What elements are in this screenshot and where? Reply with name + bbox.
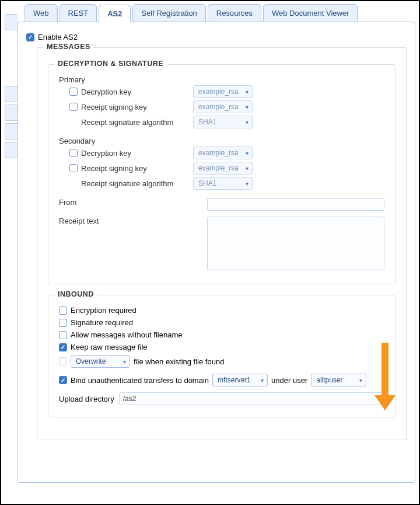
bind-transfers-label: Bind unauthenticated transfers to domain bbox=[71, 376, 209, 385]
secondary-receipt-key-label: Receipt signing key bbox=[81, 164, 147, 173]
keep-raw-message-label: Keep raw message file bbox=[71, 343, 148, 351]
chevron-down-icon: ▾ bbox=[246, 180, 249, 187]
receipt-text-label: Receipt text bbox=[59, 217, 207, 225]
secondary-decryption-key-label: Decryption key bbox=[81, 149, 131, 158]
allow-no-filename-label: Allow messages without filename bbox=[71, 330, 182, 339]
primary-decryption-key-label: Decryption key bbox=[81, 88, 131, 96]
tab-web-doc-viewer[interactable]: Web Document Viewer bbox=[263, 4, 358, 22]
sidebar-frag[interactable] bbox=[5, 105, 18, 121]
sidebar-tab-fragments bbox=[5, 14, 18, 161]
chevron-down-icon: ▾ bbox=[123, 358, 126, 365]
tab-self-registration[interactable]: Self Registration bbox=[132, 4, 205, 22]
chevron-down-icon: ▾ bbox=[261, 377, 264, 384]
inbound-legend: INBOUND bbox=[54, 290, 97, 298]
sidebar-frag[interactable] bbox=[5, 123, 18, 140]
tab-resources[interactable]: Resources bbox=[208, 4, 261, 22]
primary-receipt-key-select[interactable]: example_rsa▾ bbox=[193, 100, 253, 113]
bind-transfers-checkbox[interactable] bbox=[59, 376, 67, 384]
secondary-receipt-key-select[interactable]: example_rsa▾ bbox=[193, 162, 253, 175]
inbound-fieldset: INBOUND Encryption required Signature re… bbox=[48, 295, 396, 417]
signature-required-label: Signature required bbox=[71, 318, 133, 327]
chevron-down-icon: ▾ bbox=[246, 119, 249, 126]
secondary-decryption-key-checkbox[interactable] bbox=[69, 149, 78, 157]
primary-decryption-key-checkbox[interactable] bbox=[69, 88, 78, 96]
primary-title: Primary bbox=[59, 75, 384, 84]
sidebar-frag[interactable] bbox=[5, 142, 18, 158]
sidebar-frag[interactable] bbox=[5, 14, 18, 30]
secondary-receipt-key-checkbox[interactable] bbox=[69, 164, 78, 172]
primary-receipt-key-checkbox[interactable] bbox=[69, 103, 78, 111]
keep-raw-message-checkbox[interactable] bbox=[59, 343, 67, 351]
under-user-label: under user bbox=[271, 376, 307, 385]
secondary-receipt-alg-select[interactable]: SHA1▾ bbox=[193, 177, 253, 190]
upload-directory-input[interactable] bbox=[119, 392, 384, 405]
as2-panel: Enable AS2 MESSAGES DECRYPTION & SIGNATU… bbox=[18, 22, 415, 483]
overwrite-suffix-label: file when existing file found bbox=[134, 357, 224, 366]
tab-rest[interactable]: REST bbox=[60, 4, 97, 22]
sidebar-frag[interactable] bbox=[5, 86, 18, 102]
primary-receipt-alg-label: Receipt signature algorithm bbox=[81, 118, 173, 127]
from-label: From bbox=[59, 198, 207, 207]
decryption-signature-fieldset: DECRYPTION & SIGNATURE Primary Decryptio… bbox=[48, 64, 396, 284]
primary-receipt-alg-select[interactable]: SHA1▾ bbox=[193, 116, 253, 128]
enable-as2-label: Enable AS2 bbox=[38, 33, 78, 41]
messages-legend: MESSAGES bbox=[43, 43, 94, 51]
bind-domain-select[interactable]: mftserver1▾ bbox=[212, 374, 268, 386]
chevron-down-icon: ▾ bbox=[246, 150, 249, 156]
encryption-required-label: Encryption required bbox=[71, 306, 136, 315]
annotation-arrow bbox=[374, 343, 396, 410]
primary-decryption-key-select[interactable]: example_rsa▾ bbox=[193, 85, 253, 98]
tab-bar: Web REST AS2 Self Registration Resources… bbox=[24, 4, 415, 22]
signature-required-checkbox[interactable] bbox=[59, 319, 67, 327]
enable-as2-checkbox[interactable] bbox=[26, 33, 34, 41]
overwrite-select[interactable]: Overwrite▾ bbox=[71, 355, 130, 368]
allow-no-filename-checkbox[interactable] bbox=[59, 331, 67, 339]
secondary-decryption-key-select[interactable]: example_rsa▾ bbox=[193, 147, 253, 159]
from-input[interactable] bbox=[207, 198, 384, 211]
overwrite-checkbox[interactable] bbox=[59, 357, 67, 365]
receipt-text-textarea[interactable] bbox=[207, 217, 384, 270]
chevron-down-icon: ▾ bbox=[246, 89, 249, 95]
messages-fieldset: MESSAGES DECRYPTION & SIGNATURE Primary … bbox=[37, 47, 407, 440]
chevron-down-icon: ▾ bbox=[246, 165, 249, 172]
chevron-down-icon: ▾ bbox=[359, 377, 362, 384]
chevron-down-icon: ▾ bbox=[246, 104, 249, 110]
dec-sig-legend: DECRYPTION & SIGNATURE bbox=[54, 60, 167, 68]
upload-directory-label: Upload directory bbox=[59, 395, 114, 403]
tab-web[interactable]: Web bbox=[24, 4, 58, 22]
primary-receipt-key-label: Receipt signing key bbox=[81, 103, 147, 112]
encryption-required-checkbox[interactable] bbox=[59, 307, 67, 315]
bind-user-select[interactable]: alltpuser▾ bbox=[311, 374, 366, 386]
tab-as2[interactable]: AS2 bbox=[99, 5, 131, 22]
secondary-title: Secondary bbox=[59, 137, 384, 145]
secondary-receipt-alg-label: Receipt signature algorithm bbox=[81, 179, 173, 188]
